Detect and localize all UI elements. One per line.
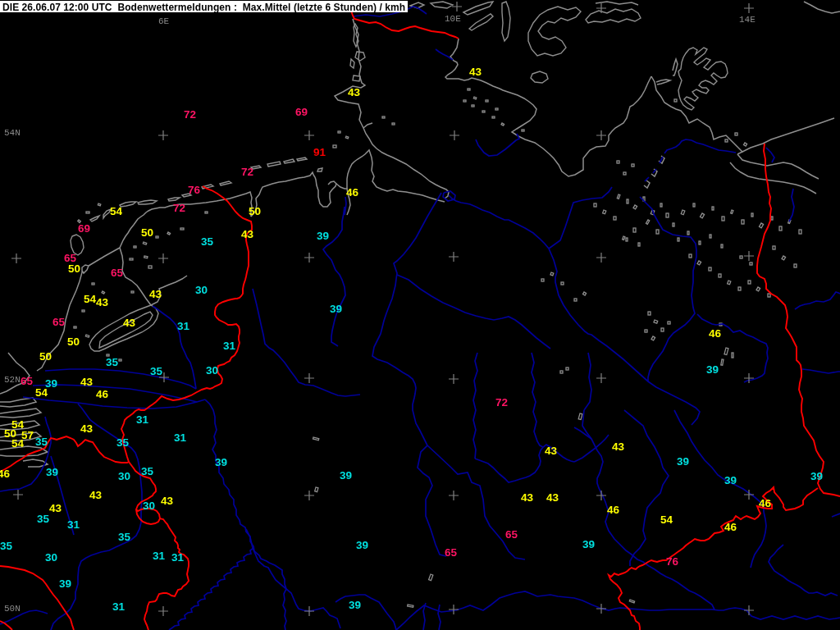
svg-text:30: 30 bbox=[143, 500, 155, 512]
svg-text:43: 43 bbox=[546, 491, 559, 504]
svg-text:65: 65 bbox=[21, 375, 34, 387]
svg-text:39: 39 bbox=[340, 469, 352, 482]
svg-text:50: 50 bbox=[67, 336, 80, 348]
svg-text:35: 35 bbox=[35, 436, 48, 448]
svg-text:54: 54 bbox=[11, 437, 25, 450]
svg-text:30: 30 bbox=[206, 364, 218, 377]
svg-text:39: 39 bbox=[215, 456, 227, 468]
svg-text:30: 30 bbox=[118, 470, 130, 482]
svg-text:43: 43 bbox=[161, 495, 174, 507]
svg-text:39: 39 bbox=[46, 466, 58, 478]
svg-text:69: 69 bbox=[295, 106, 308, 118]
svg-text:43: 43 bbox=[89, 489, 103, 501]
svg-text:43: 43 bbox=[80, 376, 94, 388]
svg-text:72: 72 bbox=[184, 108, 196, 121]
svg-text:39: 39 bbox=[706, 363, 719, 376]
svg-text:39: 39 bbox=[45, 377, 57, 390]
svg-text:43: 43 bbox=[469, 66, 482, 78]
svg-text:72: 72 bbox=[241, 166, 253, 178]
svg-text:35: 35 bbox=[37, 513, 50, 525]
svg-text:46: 46 bbox=[0, 468, 11, 480]
svg-text:65: 65 bbox=[52, 316, 66, 328]
svg-text:91: 91 bbox=[313, 146, 326, 158]
svg-text:65: 65 bbox=[445, 546, 458, 559]
svg-text:6E: 6E bbox=[158, 16, 170, 26]
svg-text:35: 35 bbox=[141, 465, 154, 477]
svg-text:DIE 26.06.07 12:00 UTC Bodenw: DIE 26.06.07 12:00 UTC Bodenwettermeldun… bbox=[2, 2, 405, 13]
svg-text:39: 39 bbox=[724, 474, 737, 486]
svg-text:14E: 14E bbox=[739, 15, 756, 25]
svg-text:46: 46 bbox=[607, 504, 620, 516]
svg-text:31: 31 bbox=[67, 518, 80, 531]
svg-text:52N: 52N bbox=[4, 375, 21, 385]
svg-text:35: 35 bbox=[106, 356, 119, 368]
svg-text:46: 46 bbox=[709, 327, 722, 340]
svg-text:43: 43 bbox=[612, 441, 625, 453]
svg-text:31: 31 bbox=[223, 340, 236, 352]
svg-text:43: 43 bbox=[149, 288, 162, 300]
svg-text:65: 65 bbox=[64, 252, 77, 264]
svg-text:39: 39 bbox=[356, 539, 368, 551]
svg-text:35: 35 bbox=[0, 540, 13, 552]
svg-text:39: 39 bbox=[677, 455, 689, 468]
svg-text:76: 76 bbox=[188, 184, 201, 196]
svg-text:35: 35 bbox=[150, 365, 163, 377]
svg-text:39: 39 bbox=[317, 230, 329, 242]
svg-text:50: 50 bbox=[68, 262, 80, 275]
svg-text:50: 50 bbox=[249, 205, 261, 217]
svg-text:35: 35 bbox=[116, 436, 130, 449]
svg-text:46: 46 bbox=[759, 497, 772, 509]
svg-text:39: 39 bbox=[330, 303, 342, 315]
svg-text:39: 39 bbox=[810, 470, 823, 482]
svg-text:39: 39 bbox=[349, 599, 361, 611]
svg-text:76: 76 bbox=[666, 555, 679, 568]
svg-text:50N: 50N bbox=[4, 604, 21, 614]
svg-text:43: 43 bbox=[80, 422, 94, 435]
svg-text:35: 35 bbox=[201, 235, 214, 248]
svg-text:46: 46 bbox=[724, 521, 737, 533]
svg-text:43: 43 bbox=[241, 228, 254, 240]
svg-text:54: 54 bbox=[84, 293, 97, 305]
svg-text:43: 43 bbox=[123, 317, 136, 329]
svg-text:43: 43 bbox=[49, 502, 62, 514]
svg-text:39: 39 bbox=[582, 538, 595, 550]
svg-text:39: 39 bbox=[59, 578, 71, 590]
svg-text:65: 65 bbox=[111, 267, 124, 279]
svg-text:69: 69 bbox=[78, 222, 90, 235]
svg-text:31: 31 bbox=[153, 550, 166, 562]
svg-text:43: 43 bbox=[348, 86, 361, 98]
svg-text:54N: 54N bbox=[4, 128, 21, 138]
svg-text:46: 46 bbox=[346, 186, 359, 199]
svg-text:72: 72 bbox=[173, 202, 185, 214]
svg-text:31: 31 bbox=[171, 551, 185, 564]
svg-text:46: 46 bbox=[96, 388, 109, 400]
svg-text:54: 54 bbox=[110, 205, 123, 217]
svg-text:43: 43 bbox=[545, 445, 558, 457]
svg-text:31: 31 bbox=[174, 431, 187, 444]
svg-text:54: 54 bbox=[660, 514, 673, 526]
svg-text:31: 31 bbox=[177, 320, 190, 332]
svg-text:30: 30 bbox=[45, 551, 57, 564]
svg-text:43: 43 bbox=[96, 296, 109, 308]
svg-text:65: 65 bbox=[505, 528, 518, 541]
svg-text:30: 30 bbox=[195, 284, 208, 296]
svg-text:35: 35 bbox=[118, 531, 131, 543]
svg-text:72: 72 bbox=[495, 396, 508, 409]
svg-text:50: 50 bbox=[141, 226, 153, 239]
svg-text:43: 43 bbox=[521, 491, 534, 504]
svg-text:10E: 10E bbox=[445, 14, 461, 24]
svg-text:31: 31 bbox=[136, 413, 149, 426]
svg-text:31: 31 bbox=[112, 600, 126, 613]
svg-text:50: 50 bbox=[39, 350, 52, 363]
